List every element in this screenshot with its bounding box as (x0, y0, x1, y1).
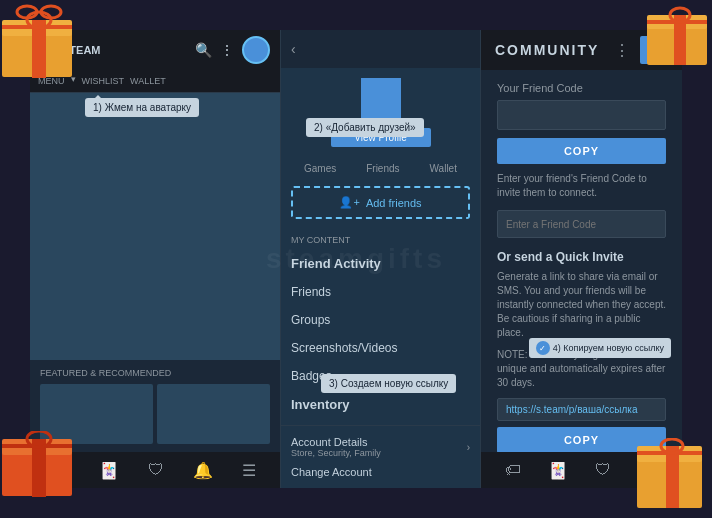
profile-tabs: Games Friends Wallet (281, 159, 480, 178)
quick-invite-section: Or send a Quick Invite Generate a link t… (497, 250, 666, 452)
tab-wallet[interactable]: Wallet (430, 163, 457, 174)
main-container: steamgifts STEAM 🔍 ⋮ MENU ▾ WISHLIST WAL… (30, 30, 682, 488)
friend-code-title: Your Friend Code (497, 82, 666, 94)
add-friends-icon: 👤+ (339, 196, 359, 209)
featured-label: FEATURED & RECOMMENDED (40, 368, 270, 378)
new-link-label: 3) Создаем новую ссылку (329, 378, 448, 389)
middle-panel: ‹ View Profile 2) «Добавить друзей» Game… (280, 30, 480, 488)
tab-friends[interactable]: Friends (366, 163, 399, 174)
community-tag-icon[interactable]: 🏷 (505, 461, 521, 479)
change-account-item[interactable]: Change Account (291, 462, 470, 482)
friends-label: Friends (291, 285, 331, 299)
menu-item-friend-activity[interactable]: Friend Activity (281, 249, 480, 278)
community-shield-icon[interactable]: 🛡 (595, 461, 611, 479)
friend-code-entry-input[interactable] (497, 210, 666, 238)
nav-wallet[interactable]: WALLET (130, 74, 166, 88)
more-icon[interactable]: ⋮ (220, 42, 234, 58)
gift-top-left-icon (0, 0, 87, 87)
url-bar: https://s.team/p/ваша/ссылка (497, 398, 666, 421)
screenshots-label: Screenshots/Videos (291, 341, 398, 355)
add-friends-button[interactable]: 👤+ Add friends (291, 186, 470, 219)
back-button[interactable]: ‹ (291, 41, 296, 57)
community-content: Your Friend Code COPY Enter your friend'… (481, 70, 682, 452)
change-account-label: Change Account (291, 466, 372, 478)
community-menu-icon[interactable]: ⋮ (614, 41, 630, 60)
account-details-sub: Store, Security, Family (291, 448, 381, 458)
card-icon[interactable]: 🃏 (99, 461, 119, 480)
account-details-label: Account Details (291, 436, 381, 448)
avatar[interactable] (242, 36, 270, 64)
groups-label: Groups (291, 313, 330, 327)
nav-wishlist[interactable]: WISHLIST (82, 74, 125, 88)
account-details-arrow: › (467, 442, 470, 453)
check-badge: ✓ (536, 341, 550, 355)
tooltip-click-avatar: 1) Жмем на аватарку (85, 98, 199, 117)
quick-invite-note-container: NOTE: Each link you generate is unique a… (497, 348, 666, 390)
tooltip-add-friends: 2) «Добавить друзей» (306, 118, 424, 137)
tooltip-copy-link: ✓ 4) Копируем новую ссылку (529, 338, 671, 358)
gift-top-right-icon (642, 0, 712, 70)
left-panel: STEAM 🔍 ⋮ MENU ▾ WISHLIST WALLET 1) Жмем… (30, 30, 280, 488)
friend-code-input[interactable] (497, 100, 666, 130)
bell-icon[interactable]: 🔔 (193, 461, 213, 480)
gift-bottom-left-icon (0, 431, 87, 518)
header-icons: 🔍 ⋮ (195, 36, 270, 64)
account-details-group: Account Details Store, Security, Family (291, 436, 381, 458)
left-content-area (30, 93, 280, 360)
copy-link-label: 4) Копируем новую ссылку (553, 343, 664, 353)
friend-activity-label: Friend Activity (291, 256, 381, 271)
search-icon[interactable]: 🔍 (195, 42, 212, 58)
popup-header: ‹ (281, 30, 480, 68)
friend-code-copy-button[interactable]: COPY (497, 138, 666, 164)
menu-item-screenshots[interactable]: Screenshots/Videos (281, 334, 480, 362)
menu-bottom: Account Details Store, Security, Family … (281, 425, 480, 488)
shield-icon[interactable]: 🛡 (148, 461, 164, 479)
gift-bottom-right-icon (632, 438, 712, 518)
tooltip-new-link: 3) Создаем новую ссылку (321, 374, 456, 393)
tab-games[interactable]: Games (304, 163, 336, 174)
community-card-icon[interactable]: 🃏 (548, 461, 568, 480)
quick-invite-desc: Generate a link to share via email or SM… (497, 270, 666, 340)
quick-invite-title: Or send a Quick Invite (497, 250, 666, 264)
menu-items: Friend Activity Friends Groups Screensho… (281, 249, 480, 425)
menu-icon[interactable]: ☰ (242, 461, 256, 480)
invite-text: Enter your friend's Friend Code to invit… (497, 172, 666, 200)
profile-avatar (361, 78, 401, 118)
right-panel: COMMUNITY ⋮ Your Friend Code COPY Enter … (480, 30, 682, 488)
featured-card-2 (157, 384, 270, 444)
my-content-label: MY CONTENT (281, 231, 480, 249)
svg-rect-19 (666, 446, 679, 508)
menu-item-friends[interactable]: Friends (281, 278, 480, 306)
add-friends-label: Add friends (366, 197, 422, 209)
menu-item-inventory[interactable]: Inventory (281, 390, 480, 419)
account-details-item[interactable]: Account Details Store, Security, Family … (291, 432, 470, 462)
community-title: COMMUNITY (495, 42, 599, 58)
menu-item-groups[interactable]: Groups (281, 306, 480, 334)
inventory-label: Inventory (291, 397, 350, 412)
